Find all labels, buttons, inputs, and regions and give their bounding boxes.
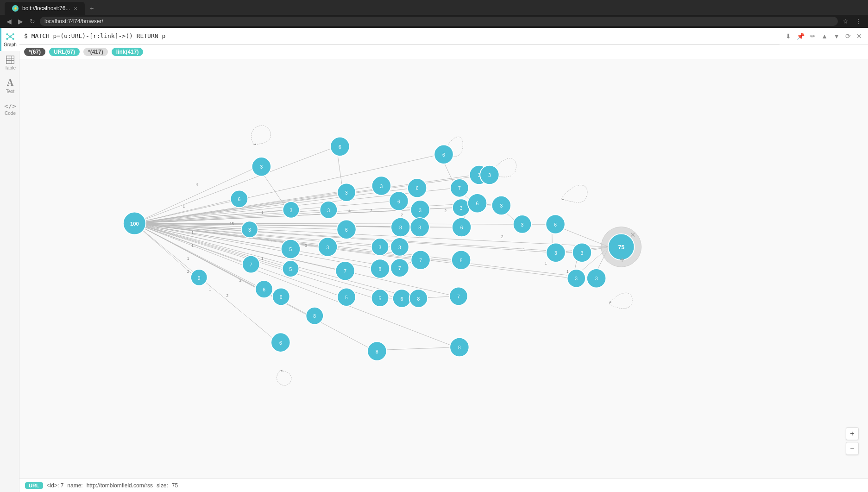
svg-text:2: 2 [401, 213, 403, 217]
status-bar: URL <id>: 7 name: http://tomblomfield.co… [19, 478, 868, 492]
svg-text:6: 6 [554, 222, 557, 227]
bookmark-button[interactable]: ☆ [841, 17, 850, 26]
address-text: localhost:7474/browser/ [44, 18, 103, 25]
rels-label-badge[interactable]: link(417) [112, 48, 144, 56]
svg-line-8 [10, 37, 13, 39]
zoom-in-button[interactable]: + [846, 427, 859, 440]
graph-canvas[interactable]: 4 1 1 1 1 2 1 2 2 1 1 15 1 3 4 2 2 [19, 59, 868, 478]
nodes-count-badge[interactable]: *(67) [24, 48, 45, 56]
reset-icon[interactable]: ⟳ [844, 31, 852, 41]
nodes-label-badge[interactable]: URL(67) [49, 48, 80, 56]
svg-line-5 [7, 34, 10, 37]
svg-text:1: 1 [209, 287, 211, 291]
sidebar-item-text[interactable]: A Text [0, 74, 19, 97]
svg-line-21 [134, 223, 278, 342]
svg-text:5: 5 [345, 295, 348, 300]
svg-text:+: + [620, 255, 624, 264]
svg-text:7: 7 [344, 269, 346, 274]
svg-text:1: 1 [191, 230, 194, 235]
address-bar[interactable]: localhost:7474/browser/ [40, 17, 838, 26]
svg-text:3: 3 [460, 206, 463, 211]
svg-text:6: 6 [238, 197, 240, 202]
svg-text:1: 1 [182, 204, 185, 208]
edit-icon[interactable]: ✏ [809, 31, 817, 41]
svg-text:5: 5 [379, 296, 382, 301]
svg-text:8: 8 [460, 258, 463, 263]
svg-text:6: 6 [476, 201, 479, 206]
svg-text:6: 6 [339, 145, 341, 150]
tab-title: bolt://localhost:76... [22, 5, 70, 12]
svg-text:✕: ✕ [630, 231, 636, 239]
tab-close-btn[interactable]: ✕ [74, 6, 77, 11]
svg-text:3: 3 [488, 173, 491, 178]
svg-text:8: 8 [376, 349, 378, 354]
svg-text:8: 8 [417, 296, 420, 302]
new-tab[interactable]: + [85, 2, 99, 15]
svg-text:3: 3 [595, 276, 598, 281]
query-bar[interactable]: $ MATCH p=(u:URL)-[r:link]->() RETURN p [19, 28, 780, 44]
graph-icon [6, 32, 15, 41]
content-wrapper: $ MATCH p=(u:URL)-[r:link]->() RETURN p … [19, 28, 868, 492]
svg-text:2: 2 [187, 269, 189, 274]
svg-text:2: 2 [239, 278, 242, 283]
back-button[interactable]: ◀ [5, 17, 13, 26]
sidebar: Graph Table A Text </> Code [0, 28, 19, 492]
menu-button[interactable]: ⋮ [853, 17, 863, 26]
sidebar-graph-label: Graph [4, 42, 17, 47]
svg-text:75: 75 [618, 244, 624, 251]
svg-text:5: 5 [289, 247, 292, 252]
svg-line-6 [10, 34, 13, 37]
node-name-value: http://tomblomfield.com/rss [87, 482, 153, 489]
svg-text:3: 3 [554, 251, 557, 256]
svg-text:6: 6 [397, 199, 400, 204]
svg-text:8: 8 [399, 225, 402, 230]
nav-bar: ◀ ▶ ↻ localhost:7474/browser/ ☆ ⋮ [0, 15, 868, 28]
download-icon[interactable]: ⬇ [784, 31, 793, 41]
svg-text:1: 1 [187, 256, 189, 261]
svg-line-16 [134, 146, 336, 223]
refresh-button[interactable]: ↻ [28, 17, 37, 26]
nodes-result: *(67) URL(67) [24, 48, 80, 56]
svg-text:100: 100 [130, 221, 139, 227]
query-text: $ MATCH p=(u:URL)-[r:link]->() RETURN p [24, 32, 165, 39]
sidebar-item-code[interactable]: </> Code [0, 97, 19, 120]
prev-icon[interactable]: ▲ [820, 31, 829, 41]
browser-chrome: ⚡ bolt://localhost:76... ✕ + ◀ ▶ ↻ local… [0, 0, 868, 28]
forward-button[interactable]: ▶ [16, 17, 25, 26]
svg-text:9: 9 [198, 276, 201, 281]
svg-text:6: 6 [416, 186, 419, 191]
svg-text:1: 1 [261, 256, 264, 261]
rels-result: *(417) link(417) [83, 48, 143, 56]
next-icon[interactable]: ▼ [832, 31, 841, 41]
more-icon[interactable]: ✕ [855, 31, 863, 41]
svg-text:3: 3 [419, 208, 421, 213]
table-icon [6, 55, 15, 64]
zoom-controls: + − [846, 427, 859, 455]
active-tab[interactable]: ⚡ bolt://localhost:76... ✕ [5, 2, 85, 15]
sidebar-item-table[interactable]: Table [0, 51, 19, 74]
svg-text:7: 7 [457, 294, 460, 299]
node-size-value: 75 [172, 482, 178, 489]
sidebar-text-label: Text [6, 89, 14, 94]
svg-rect-9 [6, 56, 14, 63]
pin-icon[interactable]: 📌 [795, 31, 806, 41]
svg-text:3: 3 [327, 208, 330, 213]
svg-text:1: 1 [191, 243, 194, 248]
toolbar-right: ⬇ 📌 ✏ ▲ ▼ ⟳ ✕ [780, 31, 868, 41]
svg-line-33 [134, 223, 343, 297]
rels-count-badge[interactable]: *(417) [83, 48, 108, 56]
svg-text:7: 7 [458, 186, 461, 191]
tab-favicon: ⚡ [12, 5, 19, 12]
svg-text:3: 3 [260, 164, 263, 170]
sidebar-item-graph[interactable]: Graph [0, 28, 19, 51]
svg-text:2: 2 [444, 208, 447, 213]
svg-text:1: 1 [261, 210, 264, 215]
svg-text:8: 8 [418, 225, 421, 230]
zoom-out-button[interactable]: − [846, 442, 859, 455]
svg-text:6: 6 [442, 152, 445, 158]
svg-text:3: 3 [379, 245, 382, 250]
svg-text:3: 3 [500, 203, 503, 208]
svg-text:5: 5 [289, 267, 292, 272]
svg-line-59 [134, 205, 497, 223]
sidebar-table-label: Table [5, 65, 16, 70]
